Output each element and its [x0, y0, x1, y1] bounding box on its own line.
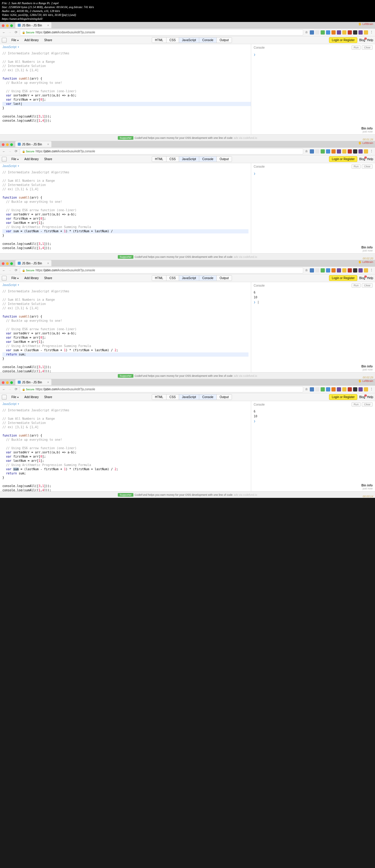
close-icon[interactable]: × [47, 24, 49, 27]
share-menu[interactable]: Share [42, 157, 55, 162]
window-dot[interactable] [2, 24, 4, 27]
help-link[interactable]: Help [367, 276, 373, 280]
run-button[interactable]: Run [351, 283, 361, 287]
add-library-menu[interactable]: Add library [22, 37, 41, 43]
bin-info[interactable]: Bin infojust now [362, 484, 373, 490]
back-button[interactable]: ← [2, 31, 6, 34]
window-dot[interactable] [10, 381, 13, 384]
close-icon[interactable]: × [47, 143, 49, 146]
extension-icon[interactable] [353, 30, 357, 35]
menu-dots-icon[interactable]: ⋮ [370, 387, 373, 391]
extension-icon[interactable] [337, 30, 341, 35]
panel-tab-console[interactable]: Console [199, 37, 217, 43]
supporter-badge[interactable]: Supporter [118, 255, 133, 259]
file-menu[interactable]: File▼ [9, 37, 21, 43]
clear-button[interactable]: Clear [362, 402, 373, 406]
js-pane-header[interactable]: JavaScript▼ [0, 163, 251, 169]
back-button[interactable]: ← [2, 269, 6, 272]
extension-icon[interactable] [364, 30, 368, 35]
forward-button[interactable]: → [8, 269, 12, 272]
jsbin-logo-icon[interactable] [2, 38, 7, 43]
jsbin-logo-icon[interactable] [2, 276, 7, 281]
clear-button[interactable]: Clear [362, 283, 373, 287]
panel-tab-output[interactable]: Output [217, 157, 232, 162]
extension-icon[interactable] [332, 149, 336, 154]
reload-button[interactable]: ⟳ [14, 149, 18, 153]
extension-icon[interactable] [310, 149, 314, 154]
extension-icon[interactable] [321, 149, 325, 154]
supporter-badge[interactable]: Supporter [118, 136, 133, 140]
forward-button[interactable]: → [8, 150, 12, 153]
bookmark-star-icon[interactable]: ☆ [305, 149, 308, 153]
extension-icon[interactable] [337, 149, 341, 154]
panel-tab-output[interactable]: Output [217, 276, 232, 281]
supporter-badge[interactable]: Supporter [118, 374, 133, 378]
window-dot[interactable] [2, 143, 4, 146]
footer-ads-link[interactable]: ads via codefund.io [234, 493, 257, 496]
extension-icon[interactable] [337, 387, 341, 392]
js-pane-header[interactable]: JavaScript▼ [0, 282, 251, 288]
reload-button[interactable]: ⟳ [14, 387, 18, 391]
extension-icon[interactable] [342, 30, 346, 35]
url-field[interactable]: 🔒Securehttps://jsbin.com/kodavebusu/edit… [20, 148, 303, 154]
forward-button[interactable]: → [8, 31, 12, 34]
footer-ads-link[interactable]: ads via codefund.io [234, 374, 257, 377]
bookmark-star-icon[interactable]: ☆ [305, 268, 308, 272]
jsbin-logo-icon[interactable] [2, 395, 7, 400]
bin-info[interactable]: Bin infojust now [362, 127, 373, 133]
login-register-button[interactable]: Login or Register [329, 275, 357, 281]
extension-icon[interactable] [348, 268, 352, 273]
bookmark-star-icon[interactable]: ☆ [305, 387, 308, 391]
extension-icon[interactable] [332, 268, 336, 273]
panel-tab-output[interactable]: Output [217, 395, 232, 400]
back-button[interactable]: ← [2, 388, 6, 391]
run-button[interactable]: Run [351, 45, 361, 50]
extension-icon[interactable] [315, 149, 319, 154]
extension-icon[interactable] [321, 268, 325, 273]
file-menu[interactable]: File▼ [9, 157, 21, 162]
login-register-button[interactable]: Login or Register [329, 37, 357, 43]
footer-ads-link[interactable]: ads via codefund.io [234, 255, 257, 258]
bin-info[interactable]: Bin infojust now [362, 246, 373, 252]
panel-tab-output[interactable]: Output [217, 37, 232, 43]
extension-icon[interactable] [364, 268, 368, 273]
url-field[interactable]: 🔒Securehttps://jsbin.com/kodavebusu/edit… [20, 268, 303, 273]
panel-tab-console[interactable]: Console [199, 157, 217, 162]
footer-ads-link[interactable]: ads via codefund.io [234, 136, 257, 140]
extension-icon[interactable] [315, 387, 319, 392]
extension-icon[interactable] [358, 268, 363, 273]
panel-tab-javascript[interactable]: JavaScript [179, 37, 199, 43]
panel-tab-console[interactable]: Console [199, 276, 217, 281]
extension-icon[interactable] [342, 268, 346, 273]
window-dot[interactable] [2, 381, 4, 384]
extension-icon[interactable] [358, 387, 363, 392]
code-editor[interactable]: // Intermediate JavaScript Algorithms //… [0, 169, 251, 253]
panel-tab-html[interactable]: HTML [152, 157, 166, 162]
window-dot[interactable] [6, 24, 9, 27]
help-link[interactable]: Help [367, 395, 373, 399]
help-link[interactable]: Help [367, 157, 373, 161]
panel-tab-css[interactable]: CSS [166, 276, 179, 281]
extension-icon[interactable] [326, 30, 330, 35]
run-button[interactable]: Run [351, 164, 361, 168]
help-link[interactable]: Help [367, 38, 373, 42]
extension-icon[interactable] [321, 30, 325, 35]
clear-button[interactable]: Clear [362, 45, 373, 50]
extension-icon[interactable] [326, 149, 330, 154]
login-register-button[interactable]: Login or Register [329, 394, 357, 400]
panel-tab-css[interactable]: CSS [166, 395, 179, 400]
back-button[interactable]: ← [2, 150, 6, 153]
extension-icon[interactable] [358, 149, 363, 154]
reload-button[interactable]: ⟳ [14, 268, 18, 272]
add-library-menu[interactable]: Add library [22, 276, 41, 281]
extension-icon[interactable] [358, 30, 363, 35]
url-field[interactable]: 🔒Securehttps://jsbin.com/kodavebusu/edit… [20, 29, 303, 35]
extension-icon[interactable] [315, 268, 319, 273]
window-dot[interactable] [6, 262, 9, 265]
code-editor[interactable]: // Intermediate JavaScript Algorithms //… [0, 407, 251, 491]
forward-button[interactable]: → [8, 388, 12, 391]
extension-icon[interactable] [326, 268, 330, 273]
extension-icon[interactable] [332, 30, 336, 35]
extension-icon[interactable] [353, 149, 357, 154]
bookmark-star-icon[interactable]: ☆ [305, 30, 308, 34]
